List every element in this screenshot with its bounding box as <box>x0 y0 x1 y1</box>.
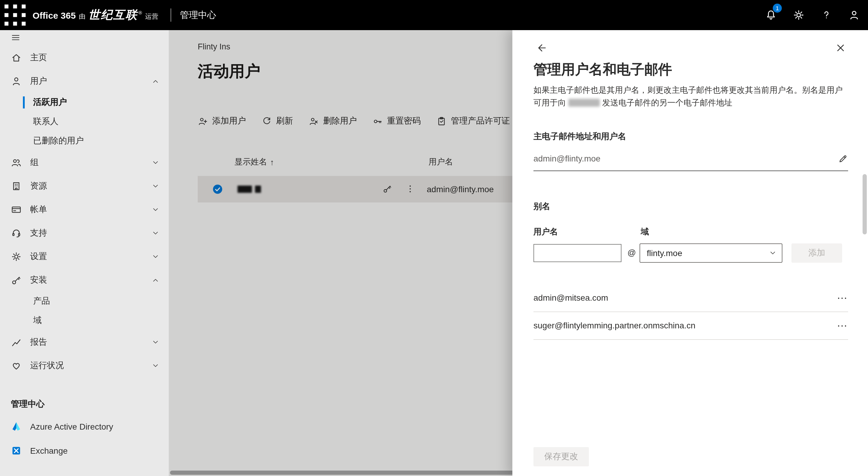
alias-email: admin@mitsea.com <box>533 293 608 303</box>
sidebar-item-label: 已删除的用户 <box>33 135 84 147</box>
brand-operator-prefix: 由 <box>79 12 85 21</box>
chart-icon <box>11 337 22 347</box>
description-text: 发送电子邮件的另一个电子邮件地址 <box>602 98 733 107</box>
vertical-scrollbar-thumb[interactable] <box>863 174 867 234</box>
chevron-down-icon <box>152 182 159 190</box>
notification-badge: 1 <box>773 4 782 13</box>
chevron-down-icon <box>152 362 159 369</box>
alias-more-options-button[interactable]: … <box>837 320 848 331</box>
sidebar-item-support[interactable]: 支持 <box>0 221 169 245</box>
chevron-up-icon <box>152 77 159 85</box>
sidebar-item-groups[interactable]: 组 <box>0 151 169 174</box>
save-changes-button[interactable]: 保存更改 <box>533 447 589 466</box>
sidebar-item-billing[interactable]: 帐单 <box>0 198 169 221</box>
home-icon <box>11 52 22 63</box>
account-button[interactable] <box>840 0 868 30</box>
brand-product: Office 365 <box>33 10 76 21</box>
sidebar-item-contacts[interactable]: 联系人 <box>0 112 169 131</box>
sidebar-item-resources[interactable]: 资源 <box>0 174 169 198</box>
azure-ad-icon <box>11 421 22 432</box>
sidebar-item-label: Azure Active Directory <box>30 422 113 432</box>
sidebar-item-setup[interactable]: 安装 <box>0 268 169 292</box>
close-button[interactable] <box>832 40 848 56</box>
sidebar-item-label: 域 <box>33 315 41 326</box>
sidebar-item-label: 运行状况 <box>30 360 64 371</box>
flyout-title: 管理用户名和电子邮件 <box>533 60 848 79</box>
topbar-actions: 1 <box>757 0 868 30</box>
manage-email-flyout: 管理用户名和电子邮件 如果主电子邮件也是其用户名，则更改主电子邮件也将更改其当前… <box>513 30 868 476</box>
sidebar-item-label: 资源 <box>30 181 47 191</box>
primary-email-field[interactable]: admin@flinty.moe <box>533 147 848 171</box>
sidebar-item-users[interactable]: 用户 <box>0 69 169 93</box>
alias-section-label: 别名 <box>533 201 848 212</box>
sidebar-item-label: 设置 <box>30 251 47 262</box>
admin-centers-heading: 管理中心 <box>11 399 169 410</box>
sidebar-item-domains[interactable]: 域 <box>0 311 169 330</box>
help-button[interactable] <box>812 0 840 30</box>
redacted-username <box>568 99 600 107</box>
chevron-down-icon <box>152 253 159 260</box>
alias-more-options-button[interactable]: … <box>837 292 848 304</box>
sidebar-item-label: 安装 <box>30 275 47 285</box>
gear-icon <box>793 9 805 21</box>
nav-collapse-button[interactable] <box>0 30 169 46</box>
alias-email: suger@flintylemming.partner.onmschina.cn <box>533 321 695 330</box>
list-item: suger@flintylemming.partner.onmschina.cn… <box>533 312 848 340</box>
credit-card-icon <box>11 204 22 215</box>
sidebar-item-products[interactable]: 产品 <box>0 292 169 311</box>
alias-username-input[interactable] <box>533 244 621 262</box>
person-icon <box>848 9 860 21</box>
app-launcher-button[interactable] <box>0 0 30 30</box>
top-bar: Office 365 由 世纪互联 ® 运营 管理中心 1 <box>0 0 868 30</box>
alias-list: admin@mitsea.com … suger@flintylemming.p… <box>533 284 848 340</box>
sidebar-item-label: 主页 <box>30 52 47 63</box>
alias-form: @ flinty.moe 添加 <box>533 244 848 263</box>
settings-button[interactable] <box>785 0 812 30</box>
hamburger-icon <box>11 33 21 42</box>
headset-icon <box>11 227 22 238</box>
sidebar-item-exchange[interactable]: Exchange <box>0 439 169 463</box>
chevron-down-icon <box>769 249 776 257</box>
screen: Office 365 由 世纪互联 ® 运营 管理中心 1 <box>0 0 868 476</box>
domain-selected-value: flinty.moe <box>647 248 682 258</box>
people-icon <box>11 157 22 168</box>
sidebar-item-health[interactable]: 运行状况 <box>0 354 169 377</box>
wrench-icon <box>11 275 22 285</box>
sidebar-item-label: 产品 <box>33 296 50 307</box>
alias-domain-label: 域 <box>641 227 649 237</box>
back-button[interactable] <box>533 40 549 56</box>
brand-operator-suffix: 运营 <box>145 12 158 21</box>
sidebar-item-label: 报告 <box>30 337 47 347</box>
sidebar-item-label: 帐单 <box>30 204 47 215</box>
sidebar-nav: 主页 用户 活跃用户 联系人 已删除的用户 组 <box>0 30 169 476</box>
alias-form-labels: 用户名 域 <box>533 227 848 239</box>
add-alias-button[interactable]: 添加 <box>792 244 842 263</box>
flyout-description: 如果主电子邮件也是其用户名，则更改主电子邮件也将更改其当前用户名。别名是用户可用… <box>533 84 848 110</box>
person-icon <box>11 75 22 87</box>
sidebar-item-label: 用户 <box>30 75 47 87</box>
list-item: admin@mitsea.com … <box>533 284 848 312</box>
gear-icon <box>11 251 22 262</box>
sidebar-item-active-users[interactable]: 活跃用户 <box>0 93 169 112</box>
at-symbol: @ <box>626 248 638 257</box>
sidebar-item-settings[interactable]: 设置 <box>0 245 169 268</box>
sidebar-item-reports[interactable]: 报告 <box>0 330 169 354</box>
chevron-down-icon <box>152 159 159 166</box>
alias-username-label: 用户名 <box>533 227 558 236</box>
chevron-down-icon <box>152 338 159 346</box>
notifications-button[interactable]: 1 <box>757 0 785 30</box>
selected-indicator <box>23 96 25 108</box>
sidebar-item-home[interactable]: 主页 <box>0 46 169 69</box>
edit-button[interactable] <box>838 154 848 164</box>
pencil-icon <box>838 154 848 164</box>
domain-select[interactable]: flinty.moe <box>640 244 782 263</box>
brand-logo: Office 365 由 世纪互联 ® 运营 <box>33 7 161 23</box>
primary-email-value: admin@flinty.moe <box>533 154 600 164</box>
sidebar-item-azure-ad[interactable]: Azure Active Directory <box>0 415 169 439</box>
chevron-up-icon <box>152 276 159 284</box>
topbar-divider <box>170 8 171 22</box>
building-icon <box>11 181 22 191</box>
flyout-header <box>533 40 848 56</box>
brand-operator-name: 世纪互联 <box>88 7 138 23</box>
sidebar-item-deleted-users[interactable]: 已删除的用户 <box>0 131 169 151</box>
